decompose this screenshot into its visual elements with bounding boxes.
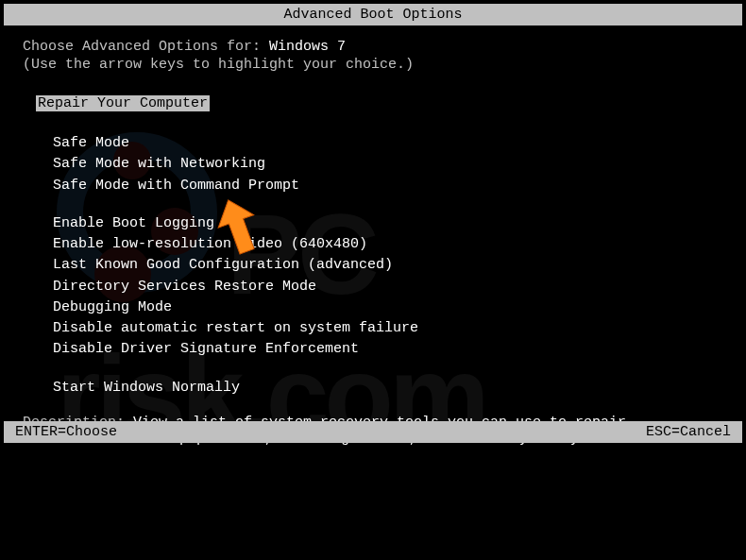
option-enable-boot-logging[interactable]: Enable Boot Logging	[53, 214, 723, 233]
option-disable-driver-signature[interactable]: Disable Driver Signature Enforcement	[53, 340, 723, 359]
option-start-windows-normally[interactable]: Start Windows Normally	[53, 379, 723, 398]
prompt-line: Choose Advanced Options for: Windows 7	[23, 39, 723, 55]
option-safe-mode[interactable]: Safe Mode	[53, 134, 723, 153]
option-safe-mode-networking[interactable]: Safe Mode with Networking	[53, 155, 723, 174]
title-bar: Advanced Boot Options	[4, 4, 742, 25]
option-low-resolution-video[interactable]: Enable low-resolution video (640x480)	[53, 235, 723, 254]
pointer-arrow-icon	[210, 198, 266, 269]
option-directory-services-restore[interactable]: Directory Services Restore Mode	[53, 278, 723, 297]
option-last-known-good-config[interactable]: Last Known Good Configuration (advanced)	[53, 256, 723, 275]
option-debugging-mode[interactable]: Debugging Mode	[53, 298, 723, 317]
footer-enter-hint: ENTER=Choose	[15, 424, 117, 440]
hint-line: (Use the arrow keys to highlight your ch…	[23, 57, 723, 73]
footer-esc-hint: ESC=Cancel	[646, 424, 731, 440]
option-disable-auto-restart[interactable]: Disable automatic restart on system fail…	[53, 319, 723, 338]
option-safe-mode-command-prompt[interactable]: Safe Mode with Command Prompt	[53, 177, 723, 195]
prompt-prefix: Choose Advanced Options for:	[23, 39, 269, 55]
option-repair-your-computer[interactable]: Repair Your Computer	[36, 95, 210, 111]
footer-bar: ENTER=Choose ESC=Cancel	[4, 421, 742, 443]
os-name: Windows 7	[269, 39, 346, 55]
page-title: Advanced Boot Options	[283, 7, 462, 23]
